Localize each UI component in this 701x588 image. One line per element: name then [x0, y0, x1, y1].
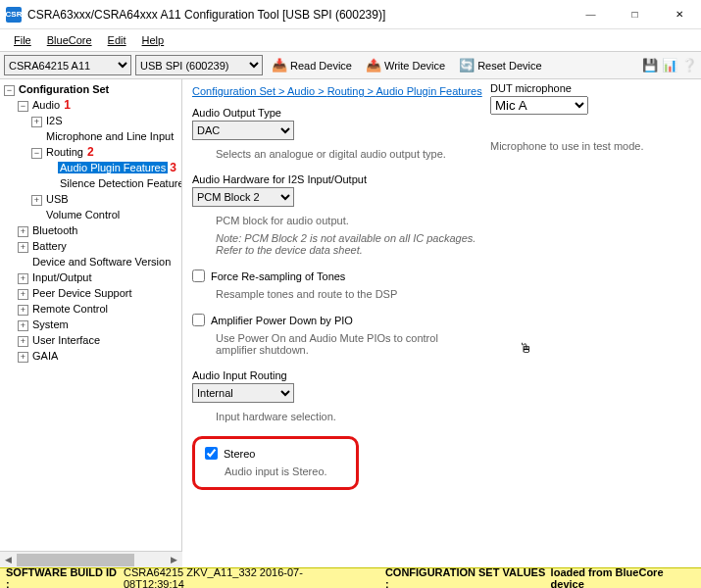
tree-mic-line[interactable]: Microphone and Line Input	[31, 128, 179, 144]
hw-label: Audio Hardware for I2S Input/Output	[192, 173, 691, 185]
title-bar: CSR CSRA63xxx/CSRA64xxx A11 Configuratio…	[0, 0, 701, 29]
config-label: CONFIGURATION SET VALUES :	[385, 566, 547, 588]
content-pane: Configuration Set > Audio > Routing > Au…	[182, 79, 701, 567]
stereo-checkbox[interactable]	[205, 447, 218, 460]
toolbar: CSRA64215 A11 USB SPI (600239) 📥 Read De…	[0, 52, 701, 79]
annotation-2: 2	[87, 145, 94, 159]
expand-icon[interactable]: +	[18, 289, 28, 300]
crumb-configset[interactable]: Configuration Set	[192, 85, 275, 97]
read-label: Read Device	[290, 60, 352, 72]
scroll-left-icon[interactable]: ◀	[0, 552, 17, 567]
input-routing-label: Audio Input Routing	[192, 369, 691, 381]
menu-edit[interactable]: Edit	[100, 31, 134, 49]
tree-audio-plugin-features[interactable]: Audio Plugin Features3	[45, 160, 179, 175]
scroll-thumb[interactable]	[17, 554, 134, 566]
input-routing-help: Input hardware selection.	[216, 411, 480, 422]
annotation-1: 1	[64, 98, 71, 112]
crumb-audio[interactable]: Audio	[287, 85, 315, 97]
tree-root[interactable]: −Configuration Set −Audio1 +I2S Micropho…	[4, 81, 179, 364]
collapse-icon[interactable]: −	[18, 101, 28, 112]
force-help: Resample tones and route to the DSP	[216, 288, 480, 300]
menu-file[interactable]: File	[6, 31, 39, 49]
expand-icon[interactable]: +	[31, 117, 42, 127]
collapse-icon[interactable]: −	[4, 85, 15, 96]
read-icon: 📥	[272, 58, 287, 74]
tree-battery[interactable]: +Battery	[18, 238, 179, 254]
tree-bluetooth[interactable]: +Bluetooth	[18, 222, 179, 238]
expand-icon[interactable]: +	[18, 320, 28, 331]
config-tree[interactable]: −Configuration Set −Audio1 +I2S Micropho…	[0, 79, 182, 567]
amp-help: Use Power On and Audio Mute PIOs to cont…	[216, 332, 480, 356]
tree-gaia[interactable]: +GAIA	[18, 348, 179, 364]
amp-powerdown-checkbox[interactable]	[192, 314, 205, 326]
collapse-icon[interactable]: −	[31, 148, 42, 159]
expand-icon[interactable]: +	[18, 305, 28, 316]
save-icon[interactable]: 💾	[642, 58, 658, 74]
port-select[interactable]: USB SPI (600239)	[135, 55, 263, 75]
reset-label: Reset Device	[477, 60, 541, 72]
expand-icon[interactable]: +	[18, 273, 28, 284]
main-area: −Configuration Set −Audio1 +I2S Micropho…	[0, 79, 701, 567]
hw-select[interactable]: PCM Block 2	[192, 187, 294, 207]
amp-powerdown-label: Amplifier Power Down by PIO	[211, 315, 353, 326]
tree-ui[interactable]: +User Interface	[18, 332, 179, 348]
annotation-3: 3	[170, 161, 176, 174]
scroll-right-icon[interactable]: ▶	[166, 552, 182, 567]
tree-volume[interactable]: Volume Control	[31, 207, 179, 222]
menu-help[interactable]: Help	[134, 31, 173, 49]
build-value: CSRA64215 ZKV_A11_332 2016-07-08T12:39:1…	[124, 566, 356, 588]
tree-i2s[interactable]: +I2S	[31, 113, 179, 128]
maximize-button[interactable]: □	[613, 0, 657, 29]
dut-help: Microphone to use in test mode.	[490, 140, 676, 152]
expand-icon[interactable]: +	[18, 352, 28, 363]
input-routing-select[interactable]: Internal	[192, 383, 294, 403]
reset-icon: 🔄	[459, 58, 475, 74]
tree-system[interactable]: +System	[18, 317, 179, 332]
expand-icon[interactable]: +	[31, 195, 42, 206]
menu-bar: File BlueCore Edit Help	[0, 29, 701, 52]
config-value: loaded from BlueCore device	[551, 566, 695, 588]
tree-h-scrollbar[interactable]: ◀ ▶	[0, 551, 182, 567]
reset-device-button[interactable]: 🔄 Reset Device	[454, 56, 546, 75]
tree-silence-detection[interactable]: Silence Detection Feature	[45, 175, 179, 191]
tree-remote[interactable]: +Remote Control	[18, 301, 179, 317]
crumb-routing[interactable]: Routing	[327, 85, 365, 97]
tree-peer[interactable]: +Peer Device Support	[18, 285, 179, 301]
expand-icon[interactable]: +	[18, 336, 28, 347]
app-icon: CSR	[6, 7, 22, 23]
build-label: SOFTWARE BUILD ID :	[6, 566, 120, 588]
crumb-apf[interactable]: Audio Plugin Features	[376, 85, 481, 97]
dut-panel: DUT microphone Mic A Microphone to use i…	[490, 82, 676, 152]
read-device-button[interactable]: 📥 Read Device	[267, 56, 357, 75]
output-type-select[interactable]: DAC	[192, 121, 294, 140]
force-resample-checkbox[interactable]	[192, 270, 205, 282]
write-device-button[interactable]: 📤 Write Device	[361, 56, 450, 75]
output-type-help: Selects an analogue or digital audio out…	[216, 148, 480, 160]
help-icon[interactable]: ❔	[681, 58, 697, 74]
dut-label: DUT microphone	[490, 82, 676, 94]
dut-select[interactable]: Mic A	[490, 96, 588, 115]
chip-select[interactable]: CSRA64215 A11	[4, 55, 131, 75]
menu-bluecore[interactable]: BlueCore	[39, 31, 100, 49]
minimize-button[interactable]: —	[569, 0, 613, 29]
stereo-label: Stereo	[224, 448, 255, 460]
stereo-help: Audio input is Stereo.	[225, 466, 342, 477]
close-button[interactable]: ✕	[657, 0, 701, 29]
window-title: CSRA63xxx/CSRA64xxx A11 Configuration To…	[27, 8, 569, 22]
tree-usb[interactable]: +USB	[31, 191, 179, 207]
stereo-highlight-box: Stereo Audio input is Stereo.	[192, 436, 359, 490]
tree-audio[interactable]: −Audio1 +I2S Microphone and Line Input −…	[18, 97, 179, 222]
hw-help: PCM block for audio output. Note: PCM Bl…	[216, 215, 480, 256]
tree-devsw[interactable]: Device and Software Version	[18, 254, 179, 270]
tree-io[interactable]: +Input/Output	[18, 270, 179, 285]
write-label: Write Device	[384, 60, 445, 72]
status-bar: SOFTWARE BUILD ID : CSRA64215 ZKV_A11_33…	[0, 567, 701, 588]
write-icon: 📤	[366, 58, 381, 74]
force-resample-label: Force Re-sampling of Tones	[211, 270, 345, 282]
export-icon[interactable]: 📊	[662, 58, 677, 74]
expand-icon[interactable]: +	[18, 242, 28, 253]
tree-routing[interactable]: −Routing2 Audio Plugin Features3 Silence…	[31, 144, 179, 191]
expand-icon[interactable]: +	[18, 226, 28, 237]
